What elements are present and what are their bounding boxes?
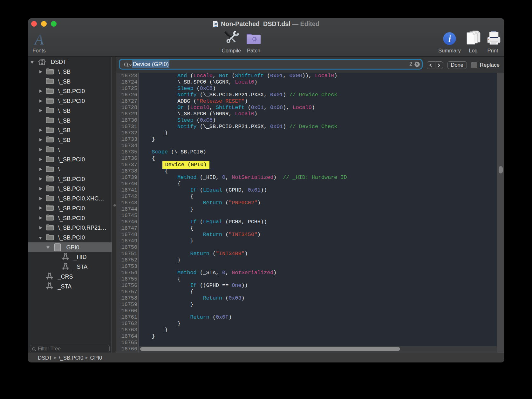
svg-text:A: A [34,33,44,46]
svg-text:i: i [448,33,451,44]
